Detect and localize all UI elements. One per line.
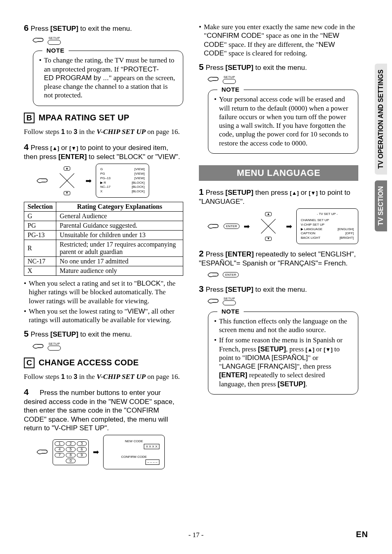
table-row: PG-13Unsuitable for children under 13 bbox=[24, 231, 183, 240]
table-row: XMature audience only bbox=[24, 266, 183, 276]
follow-steps-b: Follow steps 1 to 3 in the V-CHIP SET UP… bbox=[24, 127, 183, 136]
page-number: - 17 - bbox=[0, 531, 392, 539]
page-lang: EN bbox=[356, 530, 368, 539]
tab-tv-operation: TV OPERATION AND SETTINGS bbox=[375, 64, 387, 175]
right-step1: 1 Press [SETUP] then press [▲] or [▼] to… bbox=[199, 187, 358, 206]
hand-icon bbox=[32, 36, 44, 45]
nav-arrows-icon: ▲ ▼ bbox=[53, 166, 81, 195]
right-step2: 2 Press [ENTER] repeatedly to select "EN… bbox=[199, 248, 358, 268]
bullet-icon: • bbox=[39, 56, 42, 99]
setup-button-icon bbox=[223, 300, 236, 305]
follow-steps-c: Follow steps 1 to 3 in the V-CHIP SET UP… bbox=[24, 372, 183, 381]
setup-button-icon bbox=[48, 40, 61, 45]
side-tabs: TV OPERATION AND SETTINGS TV SECTION bbox=[375, 64, 387, 231]
table-row: PGParental Guidance suggested. bbox=[24, 221, 183, 231]
note-box-language: NOTE •This function effects only the lan… bbox=[208, 312, 358, 395]
remote-hint-setup: SETUP bbox=[207, 297, 358, 306]
keypad-icon: 123 456 789 0 bbox=[53, 439, 89, 465]
after-table-bullets: •When you select a rating and set it to … bbox=[24, 279, 183, 324]
note-box-access-code: NOTE •Your personal access code will be … bbox=[208, 90, 358, 154]
right-step5: 5 Press [SETUP] to exit the menu. bbox=[199, 62, 358, 72]
nav-arrows-icon: ▲▼ bbox=[254, 212, 282, 241]
tv-setup-screen: - TV SET UP - CHANNEL SET UP V-CHIP SET … bbox=[296, 208, 358, 244]
note-title: NOTE bbox=[42, 47, 69, 54]
hand-icon bbox=[207, 75, 219, 84]
table-header-row: Selection Rating Category Explanations bbox=[24, 202, 183, 212]
table-row: NC-17No one under 17 admitted bbox=[24, 257, 183, 266]
enter-button-icon: ENTER bbox=[224, 224, 240, 229]
note-text: To change the rating, the TV must be tur… bbox=[44, 56, 177, 99]
left-step6: 6 Press [SETUP] to exit the menu. bbox=[24, 23, 183, 33]
left-step4: 4 Press [▲] or [▼] to point to your desi… bbox=[24, 142, 183, 162]
section-title: MPAA RATING SET UP bbox=[39, 113, 129, 122]
left-step5: 5 Press [SETUP] to exit the menu. bbox=[24, 328, 183, 339]
text: to exit the menu. bbox=[78, 25, 132, 32]
arrow-right-icon: ➡ bbox=[244, 222, 250, 231]
section-c-head: C CHANGE ACCESS CODE bbox=[24, 358, 183, 368]
section-b-head: B MPAA RATING SET UP bbox=[24, 113, 183, 123]
nav-ratings-flow: ▲ ▼ ➡ G[VIEW] PG[VIEW] PG–13[VIEW] ▶ R[B… bbox=[36, 164, 183, 198]
language-flow: ENTER ➡ ▲▼ ➡ - TV SET UP - CHANNEL SET U… bbox=[207, 208, 358, 244]
note-box-rating: NOTE • To change the rating, the TV must… bbox=[33, 51, 183, 106]
remote-hint-setup: SETUP bbox=[207, 75, 358, 84]
arrow-right-icon: ➡ bbox=[85, 176, 92, 185]
hand-icon bbox=[32, 342, 44, 351]
tab-tv-section: TV SECTION bbox=[375, 180, 387, 231]
keypad-flow: 123 456 789 0 ➡ NEW CODE X X X X CONFIRM… bbox=[36, 435, 183, 469]
hand-icon bbox=[207, 297, 219, 306]
setup-button-icon bbox=[48, 346, 61, 351]
step-number: 4 bbox=[24, 142, 29, 152]
table-row: GGeneral Audience bbox=[24, 212, 183, 221]
ratings-screen: G[VIEW] PG[VIEW] PG–13[VIEW] ▶ R[BLOCK] … bbox=[96, 164, 149, 198]
section-letter: B bbox=[24, 113, 35, 123]
top-bullet: • Make sure you enter exactly the same n… bbox=[199, 23, 358, 58]
setup-button-icon bbox=[223, 79, 236, 84]
col-selection: Selection bbox=[24, 202, 56, 212]
code-screen: NEW CODE X X X X CONFIRM CODE – – – – bbox=[103, 435, 165, 469]
setup-label: SETUP bbox=[48, 36, 60, 40]
right-column: • Make sure you enter exactly the same n… bbox=[199, 23, 358, 473]
remote-hint-setup: SETUP bbox=[32, 36, 183, 45]
remote-hint-enter: ENTER bbox=[207, 270, 358, 279]
step-number: 6 bbox=[24, 23, 29, 32]
arrow-right-icon: ➡ bbox=[93, 448, 99, 457]
setup-key: [SETUP] bbox=[51, 25, 78, 32]
hand-icon bbox=[36, 448, 48, 457]
hand-icon bbox=[36, 176, 48, 185]
hand-icon bbox=[207, 222, 219, 231]
menu-language-banner: MENU LANGUAGE bbox=[199, 165, 358, 181]
hand-icon bbox=[207, 270, 219, 279]
left-step4c: 4 Press the number buttons to enter your… bbox=[24, 387, 183, 432]
right-step3: 3 Press [SETUP] to exit the menu. bbox=[199, 284, 358, 294]
table-row: RRestricted; under 17 requires accompany… bbox=[24, 240, 183, 257]
col-explanation: Rating Category Explanations bbox=[56, 202, 183, 212]
ratings-table: Selection Rating Category Explanations G… bbox=[24, 202, 183, 276]
text: Press bbox=[30, 25, 50, 32]
arrow-right-icon: ➡ bbox=[286, 222, 292, 231]
remote-hint-setup: SETUP bbox=[32, 342, 183, 351]
left-column: 6 Press [SETUP] to exit the menu. SETUP … bbox=[24, 23, 183, 473]
enter-button-icon: ENTER bbox=[223, 272, 239, 277]
